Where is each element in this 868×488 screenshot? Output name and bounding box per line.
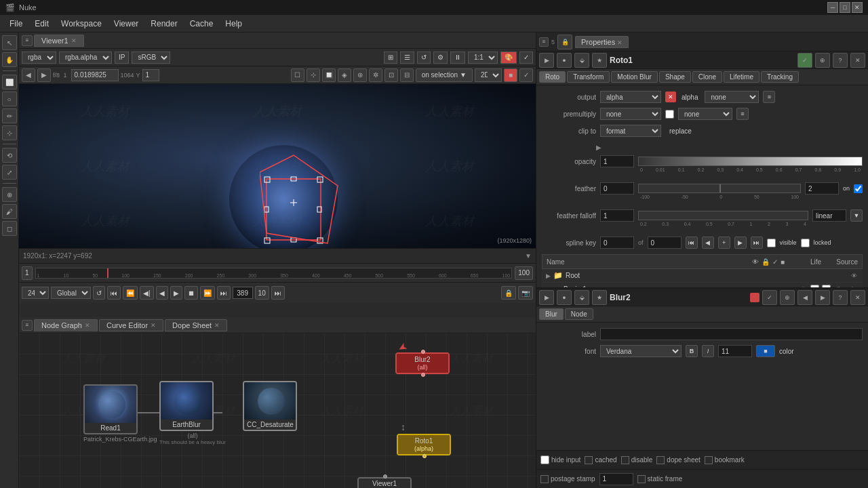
- viewer-tab-close[interactable]: ✕: [71, 37, 77, 44]
- blur2-freeze-btn[interactable]: ⬙: [574, 290, 589, 305]
- node-viewer1-input[interactable]: [383, 474, 387, 479]
- dope-sheet-cb[interactable]: dope sheet: [656, 456, 701, 464]
- splinekey-last[interactable]: ⏭: [751, 237, 763, 249]
- vtool-6[interactable]: ✲: [369, 68, 382, 82]
- roto1-help[interactable]: ?: [833, 53, 848, 68]
- premultiply-expand[interactable]: ≡: [736, 108, 749, 120]
- opacity-input[interactable]: [600, 155, 634, 167]
- roto-tab-tracking[interactable]: Tracking: [761, 71, 799, 83]
- cached-cb[interactable]: cached: [585, 456, 616, 464]
- blur2-star-btn[interactable]: ★: [592, 290, 607, 305]
- splinekey-total[interactable]: [648, 237, 682, 249]
- root-eye-btn[interactable]: 👁: [849, 271, 859, 281]
- tab-node-graph-close[interactable]: ✕: [85, 322, 90, 329]
- clipto-select[interactable]: format: [600, 125, 661, 137]
- vtool-color[interactable]: ■: [504, 68, 517, 82]
- tool-hand[interactable]: ✋: [2, 52, 17, 67]
- cached-checkbox[interactable]: [585, 456, 593, 464]
- tool-clone[interactable]: ⊕: [2, 187, 17, 202]
- menu-workspace[interactable]: Workspace: [56, 18, 107, 30]
- maximize-button[interactable]: □: [840, 2, 850, 13]
- current-frame-input[interactable]: [233, 287, 253, 299]
- vtool-5[interactable]: ⊛: [353, 68, 367, 82]
- coord-y-input[interactable]: [142, 69, 159, 81]
- hide-input-cb[interactable]: hide input: [540, 455, 580, 464]
- blur2-italic-btn[interactable]: I: [702, 345, 714, 357]
- tab-node-graph[interactable]: Node Graph ✕: [34, 319, 98, 331]
- expand-arrow[interactable]: ▶: [596, 144, 601, 151]
- blur-tab-blur[interactable]: Blur: [539, 308, 564, 320]
- tab-dope-sheet[interactable]: Dope Sheet ✕: [165, 319, 227, 331]
- output-none-select[interactable]: none: [705, 91, 759, 103]
- feather-on-cb[interactable]: [854, 184, 863, 193]
- blur2-view-btn[interactable]: ●: [557, 290, 572, 305]
- splinekey-first[interactable]: ⏮: [686, 237, 698, 249]
- fwd-step-btn[interactable]: ⏭: [271, 286, 285, 300]
- close-button[interactable]: ✕: [852, 2, 863, 13]
- tool-eraser[interactable]: ◻: [2, 221, 17, 236]
- viewer-list-btn[interactable]: ☰: [400, 52, 414, 64]
- blur2-close[interactable]: ✕: [850, 290, 865, 305]
- node-viewer1[interactable]: Viewer1: [357, 477, 412, 488]
- node-roto1-output[interactable]: [422, 454, 427, 458]
- blur-tab-node[interactable]: Node: [565, 308, 593, 320]
- featherfalloff-input[interactable]: [600, 209, 634, 222]
- frame-end-input[interactable]: 100: [515, 266, 533, 280]
- bezier-cb1[interactable]: [810, 285, 819, 287]
- blur2-bold-btn[interactable]: B: [686, 345, 698, 357]
- roto-tab-shape[interactable]: Shape: [659, 71, 691, 83]
- roto1-enable[interactable]: ✓: [797, 53, 812, 68]
- splinekey-input[interactable]: [600, 237, 634, 249]
- loop-btn[interactable]: ↺: [93, 286, 105, 300]
- back-btn[interactable]: ◀: [156, 286, 168, 300]
- next-frame-btn[interactable]: ▶: [37, 68, 51, 82]
- viewer-menu-btn[interactable]: ≡: [22, 35, 33, 46]
- bookmark-cb[interactable]: bookmark: [705, 456, 745, 464]
- node-blur2-output[interactable]: [421, 373, 425, 377]
- frame-step-btn[interactable]: 10: [255, 286, 269, 300]
- node-graph[interactable]: 人人素材 人人素材 人人素材 人人素材 人人素材 人人素材 人人素材 人人素材: [19, 333, 536, 488]
- tool-warp[interactable]: ⤢: [2, 165, 17, 180]
- splinekey-add[interactable]: +: [718, 237, 730, 249]
- tool-circle[interactable]: ○: [2, 92, 17, 106]
- roto1-close[interactable]: ✕: [850, 53, 865, 68]
- output-select[interactable]: alpha: [600, 91, 661, 103]
- splinekey-visible-cb[interactable]: [767, 239, 776, 247]
- menu-render[interactable]: Render: [145, 18, 182, 30]
- on-selection-btn[interactable]: on selection ▼: [416, 68, 473, 82]
- output-remove-btn[interactable]: ✕: [665, 92, 676, 102]
- stop-btn[interactable]: ⏹: [184, 286, 198, 300]
- props-lock-btn[interactable]: 🔒: [557, 35, 572, 49]
- postage-stamp-checkbox[interactable]: [540, 475, 549, 483]
- disable-checkbox[interactable]: [621, 456, 629, 464]
- timeline-scrubber[interactable]: 1105010015020025030035040045050055060065…: [35, 268, 513, 279]
- render-btn[interactable]: 📷: [518, 286, 533, 300]
- play-btn[interactable]: ▶: [170, 286, 182, 300]
- tab-curve-editor[interactable]: Curve Editor ✕: [99, 319, 163, 331]
- channel-alpha-select[interactable]: rgba.alpha: [59, 52, 112, 64]
- featherfalloff-mode[interactable]: [812, 209, 846, 222]
- menu-viewer[interactable]: Viewer: [108, 18, 144, 30]
- vtool-7[interactable]: ⊡: [384, 68, 398, 82]
- blur2-help[interactable]: ?: [833, 290, 848, 305]
- roto-tab-clone[interactable]: Clone: [692, 71, 722, 83]
- roto1-star-btn[interactable]: ★: [592, 53, 607, 68]
- ip-btn[interactable]: IP: [115, 52, 129, 64]
- vtool-2[interactable]: ⊹: [307, 68, 320, 82]
- premultiply-none2[interactable]: none: [678, 108, 732, 120]
- viewer-canvas[interactable]: 人人素材 人人素材 人人素材 人人素材 人人素材 人人素材 人人素材 人人素材 …: [19, 84, 536, 248]
- opacity-gradient-track[interactable]: 00.010.10.20.30.40.50.60.70.80.91.0: [638, 157, 863, 166]
- viewer-color-pick-btn[interactable]: 🎨: [500, 52, 517, 64]
- colorspace-select[interactable]: sRGB: [132, 52, 170, 64]
- tab-dope-sheet-close[interactable]: ✕: [214, 322, 220, 329]
- panel-menu-btn[interactable]: ≡: [22, 320, 33, 331]
- vtool-8[interactable]: ⊟: [400, 68, 414, 82]
- roto1-view-btn[interactable]: ●: [557, 53, 572, 68]
- roto-tab-lifetime[interactable]: Lifetime: [724, 71, 760, 83]
- viewer-settings-btn[interactable]: ⚙: [433, 52, 448, 64]
- roto-tab-motionblur[interactable]: Motion Blur: [611, 71, 658, 83]
- viewer-pause-btn[interactable]: ⏸: [450, 52, 465, 64]
- fwd-btn[interactable]: ⏩: [200, 286, 215, 300]
- feather-multiplier[interactable]: [805, 182, 839, 195]
- postage-stamp-cb[interactable]: postage stamp: [540, 475, 595, 483]
